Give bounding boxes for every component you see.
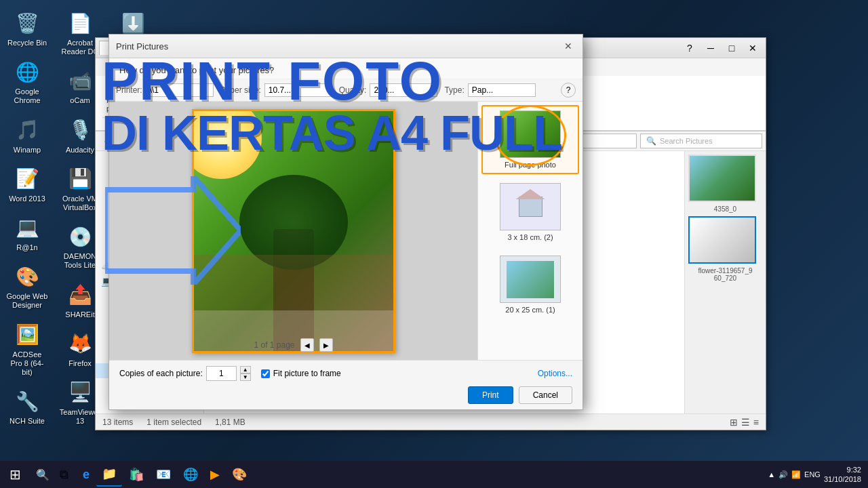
recycle-bin-icon: 🗑️: [14, 9, 41, 37]
page-info: 1 of 1 page: [254, 340, 294, 350]
thumb-item-2[interactable]: [688, 216, 756, 264]
copies-input[interactable]: [206, 366, 237, 381]
quality-selector: Quality:: [339, 83, 438, 97]
option-thumb-img-full: [500, 111, 560, 157]
taskbar-search-button[interactable]: 🔍: [31, 461, 54, 488]
clock-time: 9:32: [824, 465, 861, 474]
prev-page-button[interactable]: ◀: [300, 338, 314, 352]
time-display: 9:32 31/10/2018: [824, 465, 861, 485]
ocam-icon: 📹: [66, 67, 94, 94]
taskbar-media[interactable]: ▶: [205, 462, 225, 487]
daemon-icon: 💿: [66, 223, 94, 250]
ocam-label: oCam: [70, 96, 90, 105]
option-thumb-wrapper: [500, 110, 561, 161]
thumb-strip: 4358_0 flower-3119657_960_720: [684, 151, 766, 413]
type-input[interactable]: [468, 83, 536, 97]
dialog-close-button[interactable]: ✕: [561, 39, 576, 54]
copies-down-button[interactable]: ▼: [240, 373, 251, 381]
copies-up-button[interactable]: ▲: [240, 366, 251, 373]
tray-lang: ENG: [804, 470, 821, 479]
options-link[interactable]: Options...: [538, 369, 572, 378]
taskbar-file-explorer[interactable]: 📁: [96, 462, 122, 487]
acrobat-icon: 📄: [66, 9, 94, 37]
gwd-label: Google Web Designer: [6, 292, 48, 310]
tray-expand-icon[interactable]: ▲: [768, 470, 775, 479]
shareit-icon: 📤: [66, 281, 94, 308]
close-button[interactable]: ✕: [743, 41, 762, 55]
desktop-icon-gwd[interactable]: 🎨 Google Web Designer: [3, 260, 51, 312]
printer-label: Printer:: [116, 85, 142, 95]
dialog-title: Print Pictures: [116, 41, 168, 52]
preview-nav: 1 of 1 page ◀ ▶: [254, 338, 332, 352]
option-thumb-20x25: [500, 256, 561, 303]
taskbar-chrome[interactable]: 🌐: [178, 462, 203, 487]
cancel-button[interactable]: Cancel: [519, 386, 572, 404]
option-label-full-page: Full page photo: [505, 161, 556, 169]
view-details-icon[interactable]: ☰: [741, 417, 750, 428]
selected-count: 1 item selected: [146, 418, 201, 427]
view-large-icon[interactable]: ⊞: [730, 417, 738, 428]
fit-to-frame-label: Fit picture to frame: [273, 369, 341, 378]
option-20x25[interactable]: 20 x 25 cm. (1): [481, 250, 579, 319]
dialog-title-bar: Print Pictures ✕: [109, 35, 583, 58]
taskbar-edge[interactable]: e: [77, 462, 95, 487]
quality-input[interactable]: [370, 83, 437, 97]
dialog-preview: 1 of 1 page ◀ ▶: [109, 102, 477, 360]
desktop-icon-ra1n[interactable]: 💻 R@1n: [3, 211, 51, 255]
desktop-icon-word[interactable]: 📝 Word 2013: [3, 163, 51, 206]
next-page-button[interactable]: ▶: [319, 338, 333, 352]
fit-to-frame-checkbox[interactable]: [261, 369, 270, 378]
audacity-label: Audacity: [66, 146, 94, 155]
option-label-20x25: 20 x 25 cm. (1): [505, 306, 555, 314]
paper-size-selector: Paper size:: [220, 83, 332, 97]
maximize-button[interactable]: □: [722, 41, 741, 55]
file-size: 1,81 MB: [215, 418, 245, 427]
taskbar-task-view[interactable]: ⧉: [54, 462, 74, 487]
taskbar-mail[interactable]: 📧: [151, 462, 176, 487]
acdsee-icon: 🖼️: [14, 321, 41, 348]
minimize-button[interactable]: ─: [701, 41, 720, 55]
type-selector: Type:: [444, 83, 535, 97]
desktop-icon-recycle-bin[interactable]: 🗑️ Recycle Bin: [3, 7, 51, 50]
search-box[interactable]: 🔍 Search Pictures: [640, 134, 762, 148]
word-label: Word 2013: [9, 195, 45, 203]
search-placeholder: Search Pictures: [660, 137, 713, 145]
options-scroll: Full page photo 3 x 18 cm. (2): [481, 105, 579, 357]
desktop-icon-chrome[interactable]: 🌐 Google Chrome: [3, 56, 51, 108]
word-icon: 📝: [14, 165, 41, 192]
preview-image: [194, 111, 393, 351]
3x18-layout-shape: [519, 197, 542, 217]
help-button[interactable]: ?: [680, 41, 699, 55]
taskbar-paint[interactable]: 🎨: [226, 462, 252, 487]
thumb-item-1[interactable]: [688, 155, 756, 202]
dialog-footer: Copies of each picture: ▲ ▼ Fit picture …: [109, 360, 583, 409]
view-list-icon[interactable]: ≡: [753, 417, 759, 428]
thumb-name-1: 4358_0: [688, 205, 762, 213]
tray-network-icon[interactable]: 📶: [791, 470, 801, 479]
winamp-icon: 🎵: [14, 117, 41, 144]
thumb-image-1: [690, 156, 755, 201]
printer-input[interactable]: [146, 83, 214, 97]
quality-label: Quality:: [339, 85, 367, 95]
footer-buttons: Print Cancel: [119, 386, 572, 404]
20x25-img: [507, 261, 554, 298]
option-full-page[interactable]: Full page photo: [481, 105, 579, 174]
desktop-icon-nch[interactable]: 🔧 NCH Suite: [3, 385, 51, 428]
start-button[interactable]: ⊞: [0, 461, 31, 488]
ra1n-icon: 💻: [14, 214, 41, 241]
thumb-name-2: flower-3119657_960_720: [688, 267, 762, 282]
option-label-3x18: 3 x 18 cm. (2): [507, 233, 553, 241]
help-icon[interactable]: ?: [561, 83, 576, 98]
desktop-icon-winamp[interactable]: 🎵 Winamp: [3, 114, 51, 157]
gwd-icon: 🎨: [14, 263, 41, 290]
item-count: 13 items: [102, 418, 133, 427]
paper-size-input[interactable]: [264, 83, 332, 97]
print-button[interactable]: Print: [468, 386, 513, 404]
taskbar-store[interactable]: 🛍️: [123, 462, 149, 487]
desktop-icon-acdsee[interactable]: 🖼️ ACDSee Pro 8 (64-bit): [3, 319, 51, 380]
option-3x18[interactable]: 3 x 18 cm. (2): [481, 178, 579, 247]
thumb-image-2: [690, 218, 755, 262]
clock-date: 31/10/2018: [824, 474, 861, 484]
nch-icon: 🔧: [14, 388, 41, 415]
tray-volume-icon[interactable]: 🔊: [778, 470, 788, 479]
